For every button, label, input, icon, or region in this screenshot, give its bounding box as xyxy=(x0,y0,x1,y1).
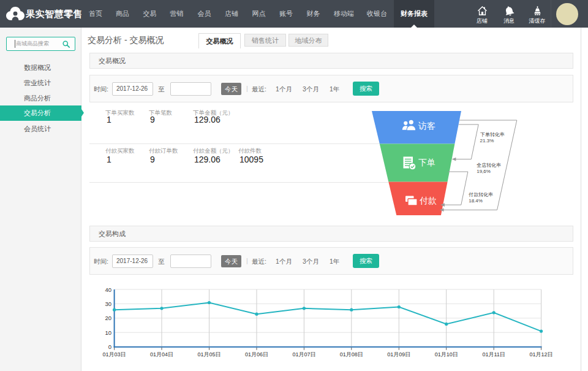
svg-text:01月07日: 01月07日 xyxy=(292,351,315,358)
svg-text:10: 10 xyxy=(105,329,111,336)
svg-text:01月11日: 01月11日 xyxy=(483,351,505,358)
svg-text:01月04日: 01月04日 xyxy=(150,351,173,358)
svg-text:19,6%: 19,6% xyxy=(477,169,491,174)
svg-text:访客: 访客 xyxy=(418,121,435,131)
svg-text:全店转化率: 全店转化率 xyxy=(477,163,501,168)
svg-text:01月03日: 01月03日 xyxy=(103,351,126,358)
svg-text:01月10日: 01月10日 xyxy=(435,351,458,358)
svg-text:01月09日: 01月09日 xyxy=(387,351,410,358)
svg-text:01月06日: 01月06日 xyxy=(245,351,268,358)
svg-text:下单: 下单 xyxy=(418,158,435,167)
svg-text:下单转化率: 下单转化率 xyxy=(480,132,505,137)
svg-text:付款转化率: 付款转化率 xyxy=(468,192,493,197)
svg-text:01月12日: 01月12日 xyxy=(530,351,553,358)
svg-text:20: 20 xyxy=(105,315,111,321)
svg-text:21.3%: 21.3% xyxy=(480,138,494,143)
svg-text:01月05日: 01月05日 xyxy=(197,351,221,358)
svg-text:18.4%: 18.4% xyxy=(469,198,483,204)
svg-text:30: 30 xyxy=(105,300,111,307)
svg-text:付款: 付款 xyxy=(420,196,437,205)
svg-text:01月08日: 01月08日 xyxy=(340,351,363,358)
svg-text:40: 40 xyxy=(105,286,111,293)
svg-text:0: 0 xyxy=(108,343,111,350)
